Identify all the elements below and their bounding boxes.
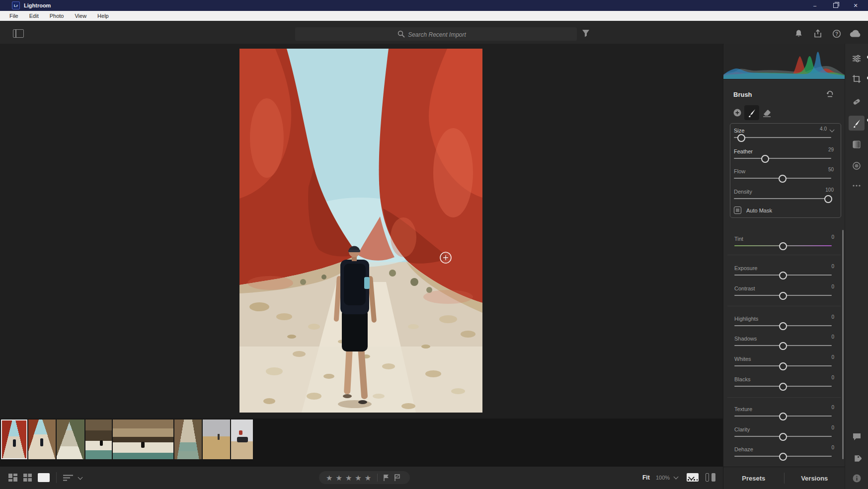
texture-value[interactable]: 0 [831, 405, 834, 410]
linear-gradient-button[interactable] [852, 140, 862, 149]
healing-button[interactable] [852, 97, 862, 107]
filter-icon[interactable] [581, 29, 590, 37]
filmstrip-thumbnail-2[interactable] [28, 419, 56, 459]
filmstrip-toggle-active[interactable] [687, 473, 699, 482]
feather-slider-thumb[interactable] [761, 155, 769, 163]
contrast-value[interactable]: 0 [831, 284, 834, 289]
bell-icon[interactable] [794, 29, 803, 38]
filmstrip-thumbnail-6[interactable] [174, 419, 202, 459]
star-icon[interactable]: ★ [365, 474, 371, 482]
pick-flag-icon[interactable] [383, 474, 390, 482]
close-button[interactable]: ✕ [847, 0, 864, 11]
whites-value[interactable]: 0 [831, 354, 834, 360]
filmstrip-thumbnail-4[interactable] [85, 419, 112, 459]
cloud-icon[interactable] [850, 29, 862, 38]
menu-view[interactable]: View [69, 11, 92, 21]
filmstrip-thumbnail-8[interactable] [231, 419, 253, 459]
highlights-value[interactable]: 0 [831, 314, 834, 320]
density-slider-thumb[interactable] [824, 195, 832, 203]
photo[interactable] [239, 49, 482, 413]
whites-slider-thumb[interactable] [779, 362, 787, 370]
shadows-slider[interactable] [734, 345, 832, 346]
edit-sliders-button[interactable] [852, 54, 862, 64]
reset-icon[interactable] [826, 90, 834, 98]
search-input[interactable] [295, 27, 577, 41]
shadows-value[interactable]: 0 [831, 334, 834, 340]
left-panel-toggle-icon[interactable] [13, 29, 24, 38]
brush-tool-button-active[interactable] [744, 105, 759, 120]
blacks-slider[interactable] [734, 386, 832, 387]
auto-mask-checkbox[interactable] [734, 207, 741, 214]
zoom-level[interactable]: 100% [656, 475, 670, 481]
filmstrip-thumbnail-5[interactable] [113, 419, 173, 459]
feather-value[interactable]: 29 [828, 147, 834, 152]
clarity-value[interactable]: 0 [831, 425, 834, 430]
info-button[interactable] [852, 473, 862, 483]
panel-scrollbar[interactable] [842, 230, 844, 459]
detail-view-icon-active[interactable] [38, 473, 50, 482]
masking-brush-button-active[interactable] [849, 116, 865, 131]
density-value[interactable]: 100 [825, 187, 834, 193]
star-icon[interactable]: ★ [326, 474, 332, 482]
reject-flag-icon[interactable] [394, 474, 400, 482]
menu-help[interactable]: Help [92, 11, 114, 21]
eraser-tool-button[interactable] [759, 105, 774, 120]
density-slider[interactable] [734, 198, 831, 199]
keywords-button[interactable] [852, 453, 862, 463]
highlights-slider-thumb[interactable] [779, 322, 787, 330]
search-field[interactable] [295, 27, 579, 42]
presets-button[interactable]: Presets [723, 467, 784, 489]
blacks-slider-thumb[interactable] [779, 383, 787, 391]
clarity-slider[interactable] [734, 436, 832, 437]
maximize-button[interactable] [827, 0, 844, 11]
photo-grid-view-icon[interactable] [8, 474, 17, 482]
brush-add-button[interactable] [730, 105, 745, 120]
size-dropdown-icon[interactable] [830, 128, 835, 133]
filmstrip-thumbnail-1-selected[interactable] [1, 419, 27, 459]
before-after-compare-button[interactable] [706, 473, 715, 482]
radial-gradient-button[interactable] [852, 161, 862, 171]
dehaze-slider-thumb[interactable] [779, 453, 787, 461]
contrast-slider-thumb[interactable] [779, 292, 787, 300]
star-icon[interactable]: ★ [345, 474, 352, 482]
highlights-slider[interactable] [734, 325, 832, 326]
sort-chevron-icon[interactable] [78, 475, 83, 480]
minimize-button[interactable]: – [806, 0, 823, 11]
flow-value[interactable]: 50 [828, 167, 834, 172]
comments-button[interactable] [852, 431, 862, 441]
menu-file[interactable]: File [4, 11, 24, 21]
texture-slider-thumb[interactable] [779, 413, 787, 420]
tint-slider[interactable] [734, 245, 832, 246]
dehaze-slider[interactable] [734, 456, 832, 457]
star-icon[interactable]: ★ [335, 474, 342, 482]
tint-value[interactable]: 0 [831, 234, 834, 240]
shadows-slider-thumb[interactable] [779, 342, 787, 350]
exposure-value[interactable]: 0 [831, 264, 834, 269]
size-slider[interactable] [734, 137, 831, 138]
menu-photo[interactable]: Photo [44, 11, 70, 21]
versions-button[interactable]: Versions [785, 467, 845, 489]
size-value[interactable]: 4.0 [820, 126, 827, 132]
menu-edit[interactable]: Edit [24, 11, 44, 21]
crop-button[interactable] [852, 74, 862, 84]
clarity-slider-thumb[interactable] [779, 433, 787, 441]
exposure-slider[interactable] [734, 275, 832, 276]
sort-icon[interactable] [63, 475, 74, 481]
contrast-slider[interactable] [734, 295, 832, 296]
flow-slider[interactable] [734, 178, 831, 179]
texture-slider[interactable] [734, 416, 832, 417]
exposure-slider-thumb[interactable] [779, 272, 787, 279]
feather-slider[interactable] [734, 158, 831, 159]
whites-slider[interactable] [734, 365, 832, 366]
zoom-chevron-icon[interactable] [674, 475, 679, 480]
square-grid-view-icon[interactable] [23, 474, 32, 482]
filmstrip-thumbnail-3[interactable] [57, 419, 84, 459]
blacks-value[interactable]: 0 [831, 375, 834, 380]
filmstrip-thumbnail-7[interactable] [203, 419, 230, 459]
more-tools-button[interactable] [852, 181, 862, 191]
share-icon[interactable] [813, 29, 822, 38]
flow-slider-thumb[interactable] [779, 175, 787, 183]
tint-slider-thumb[interactable] [779, 242, 787, 250]
help-icon[interactable]: ? [832, 29, 841, 38]
dehaze-value[interactable]: 0 [831, 445, 834, 450]
